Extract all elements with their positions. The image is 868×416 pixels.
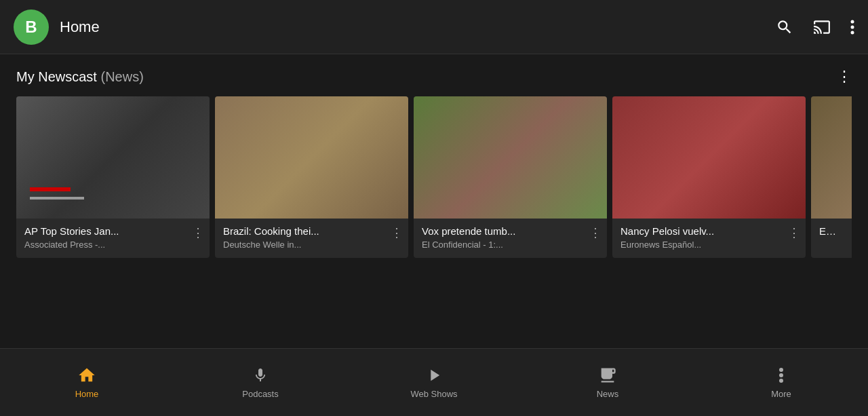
- card-title-2: Brazil: Cooking thei...: [223, 225, 400, 237]
- nav-item-news[interactable]: News: [521, 366, 694, 399]
- card-info-1: AP Top Stories Jan... Associated Press -…: [16, 219, 210, 258]
- page-title: Home: [60, 18, 776, 36]
- podcasts-icon: [252, 366, 269, 385]
- web-shows-icon: [425, 366, 443, 385]
- card-source-2: Deutsche Welle in...: [223, 240, 400, 250]
- video-card-1[interactable]: AP Top Stories Jan... Associated Press -…: [16, 96, 210, 258]
- card-info-2: Brazil: Cooking thei... Deutsche Welle i…: [215, 219, 408, 258]
- nav-label-more: More: [771, 389, 791, 399]
- header: B Home: [0, 0, 868, 54]
- header-icons: [776, 18, 854, 36]
- card-menu-button-2[interactable]: ⋮: [391, 225, 403, 240]
- card-title-4: Nancy Pelosi vuelv...: [620, 225, 797, 237]
- nav-label-podcasts: Podcasts: [242, 389, 278, 399]
- svg-point-1: [851, 25, 854, 29]
- cards-container: AP Top Stories Jan... Associated Press -…: [16, 96, 852, 258]
- card-source-3: El Confidencial - 1:...: [422, 240, 599, 250]
- svg-point-2: [851, 31, 854, 34]
- svg-point-0: [851, 20, 854, 23]
- video-card-2[interactable]: Brazil: Cooking thei... Deutsche Welle i…: [215, 96, 408, 258]
- main-content: My Newscast (News) ⋮ AP Top Stories Jan.…: [0, 54, 868, 271]
- nav-label-home: Home: [75, 389, 99, 399]
- section-header: My Newscast (News) ⋮: [16, 68, 852, 86]
- nav-label-news: News: [597, 389, 619, 399]
- avatar[interactable]: B: [14, 10, 49, 45]
- card-menu-button-3[interactable]: ⋮: [589, 225, 601, 240]
- card-info-4: Nancy Pelosi vuelv... Euronews Español..…: [612, 219, 806, 258]
- thumbnail-2: [215, 96, 408, 219]
- video-card-3[interactable]: Vox pretende tumb... El Confidencial - 1…: [414, 96, 607, 258]
- home-icon: [77, 366, 96, 385]
- card-source-1: Associated Press -...: [24, 240, 201, 250]
- svg-point-4: [779, 373, 783, 377]
- more-icon: [778, 366, 784, 385]
- card-source-4: Euronews Español...: [620, 240, 797, 250]
- nav-label-web-shows: Web Shows: [410, 389, 457, 399]
- section-more-options-button[interactable]: ⋮: [837, 68, 852, 86]
- nav-item-podcasts[interactable]: Podcasts: [174, 366, 347, 399]
- news-icon: [598, 366, 617, 385]
- thumbnail-3: [414, 96, 607, 219]
- card-title-5: El p: [819, 225, 847, 237]
- cast-icon[interactable]: [812, 18, 831, 36]
- nav-item-web-shows[interactable]: Web Shows: [347, 366, 521, 399]
- nav-item-home[interactable]: Home: [0, 366, 174, 399]
- card-title-1: AP Top Stories Jan...: [24, 225, 201, 237]
- thumbnail-4: [612, 96, 806, 219]
- search-icon[interactable]: [776, 18, 793, 36]
- video-card-4[interactable]: Nancy Pelosi vuelv... Euronews Español..…: [612, 96, 806, 258]
- svg-point-3: [779, 368, 783, 372]
- card-menu-button-4[interactable]: ⋮: [788, 225, 800, 240]
- section-subtitle: (News): [100, 69, 143, 84]
- bottom-nav: Home Podcasts Web Shows News: [0, 348, 868, 416]
- svg-point-5: [779, 379, 783, 383]
- thumbnail-1: [16, 96, 210, 219]
- card-title-3: Vox pretende tumb...: [422, 225, 599, 237]
- card-info-3: Vox pretende tumb... El Confidencial - 1…: [414, 219, 607, 258]
- header-more-options-icon[interactable]: [850, 18, 854, 36]
- thumbnail-5: [811, 96, 852, 219]
- section-title: My Newscast (News): [16, 69, 144, 85]
- card-menu-button-1[interactable]: ⋮: [192, 225, 204, 240]
- card-info-5: El p: [811, 219, 852, 245]
- video-card-5[interactable]: El p: [811, 96, 852, 258]
- nav-item-more[interactable]: More: [694, 366, 868, 399]
